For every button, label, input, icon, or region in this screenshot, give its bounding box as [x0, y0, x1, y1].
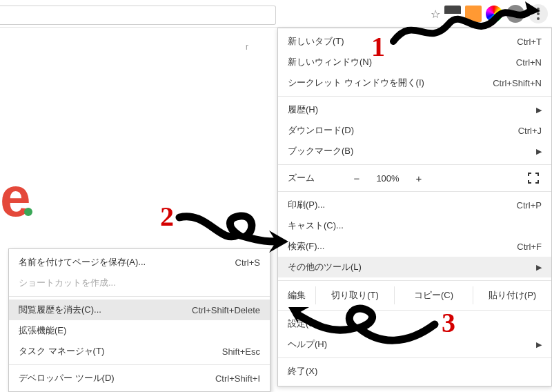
annotation-number-2: 2	[160, 200, 174, 233]
menu-incognito[interactable]: シークレット ウィンドウを開く(I) Ctrl+Shift+N	[278, 72, 551, 93]
menu-item-label: 印刷(P)...	[288, 199, 517, 211]
submenu-arrow-icon: ▶	[536, 106, 542, 115]
menu-settings[interactable]: 設定(S)	[278, 313, 551, 334]
menu-separator	[278, 164, 551, 165]
menu-edit-row: 編集 切り取り(T) コピー(C) 貼り付け(P)	[278, 284, 551, 307]
menu-separator	[9, 296, 270, 297]
zoom-label: ズーム	[288, 172, 315, 184]
menu-item-shortcut: Ctrl+N	[516, 57, 542, 68]
menu-exit[interactable]: 終了(X)	[278, 361, 551, 382]
submenu-extensions[interactable]: 拡張機能(E)	[9, 320, 270, 341]
menu-item-label: 新しいウィンドウ(N)	[288, 56, 516, 68]
menu-item-label: 新しいタブ(T)	[288, 35, 517, 48]
submenu-arrow-icon: ▶	[536, 263, 542, 272]
menu-item-label: 設定(S)	[288, 317, 542, 330]
menu-separator	[278, 280, 551, 281]
chrome-menu-button[interactable]	[529, 4, 548, 23]
menu-separator	[9, 364, 270, 365]
menu-zoom-row: ズーム − 100% +	[278, 168, 551, 188]
edit-copy-button[interactable]: コピー(C)	[394, 286, 473, 304]
menu-item-shortcut: Ctrl+Shift+N	[493, 78, 542, 88]
menu-new-window[interactable]: 新しいウィンドウ(N) Ctrl+N	[278, 52, 551, 72]
submenu-task-manager[interactable]: タスク マネージャ(T) Shift+Esc	[9, 341, 270, 362]
zoom-value: 100%	[371, 173, 404, 184]
google-logo-fragment: e	[0, 166, 32, 229]
toolbar-icons: ☆	[431, 4, 548, 23]
menu-item-label: 閲覧履歴を消去(C)...	[19, 304, 192, 316]
profile-avatar-icon[interactable]	[506, 5, 524, 23]
menu-print[interactable]: 印刷(P)... Ctrl+P	[278, 195, 551, 215]
menu-help[interactable]: ヘルプ(H) ▶	[278, 334, 551, 355]
menu-item-label: その他のツール(L)	[288, 261, 536, 273]
extension-icon-1[interactable]	[444, 6, 461, 22]
menu-item-shortcut: Ctrl+J	[518, 126, 542, 136]
zoom-out-button[interactable]: −	[349, 173, 364, 184]
menu-item-label: タスク マネージャ(T)	[19, 345, 222, 357]
menu-item-label: シークレット ウィンドウを開く(I)	[288, 77, 493, 89]
menu-item-shortcut: Ctrl+S	[235, 257, 260, 268]
extension-icon-2[interactable]	[465, 6, 482, 22]
menu-item-label: ショートカットを作成...	[19, 277, 260, 289]
edit-cut-button[interactable]: 切り取り(T)	[315, 286, 394, 304]
address-bar[interactable]	[0, 6, 276, 25]
menu-separator	[278, 191, 551, 192]
menu-item-label: 検索(F)...	[288, 240, 517, 253]
submenu-save-as[interactable]: 名前を付けてページを保存(A)... Ctrl+S	[9, 252, 270, 273]
menu-item-label: 終了(X)	[288, 365, 542, 378]
menu-item-label: デベロッパー ツール(D)	[19, 372, 215, 384]
menu-item-label: 履歴(H)	[288, 104, 536, 116]
submenu-arrow-icon: ▶	[536, 147, 542, 156]
submenu-dev-tools[interactable]: デベロッパー ツール(D) Ctrl+Shift+I	[9, 368, 270, 389]
menu-bookmarks[interactable]: ブックマーク(B) ▶	[278, 141, 551, 161]
menu-more-tools[interactable]: その他のツール(L) ▶	[278, 257, 551, 277]
menu-item-label: キャスト(C)...	[288, 219, 542, 232]
menu-find[interactable]: 検索(F)... Ctrl+F	[278, 236, 551, 257]
menu-separator	[278, 357, 551, 358]
menu-cast[interactable]: キャスト(C)...	[278, 215, 551, 236]
menu-item-shortcut: Ctrl+Shift+I	[215, 373, 260, 384]
menu-item-label: ブックマーク(B)	[288, 145, 536, 157]
submenu-create-shortcut: ショートカットを作成...	[9, 273, 270, 293]
menu-history[interactable]: 履歴(H) ▶	[278, 99, 551, 120]
menu-item-label: ヘルプ(H)	[288, 338, 536, 351]
menu-item-label: ダウンロード(D)	[288, 124, 518, 137]
browser-top-bar: ☆	[0, 0, 552, 28]
edit-label: 編集	[278, 286, 315, 304]
zoom-in-button[interactable]: +	[411, 173, 426, 184]
menu-item-label: 名前を付けてページを保存(A)...	[19, 256, 235, 268]
stray-character: r	[246, 42, 248, 52]
menu-downloads[interactable]: ダウンロード(D) Ctrl+J	[278, 120, 551, 141]
menu-item-shortcut: Ctrl+Shift+Delete	[192, 305, 260, 315]
extension-icon-3[interactable]	[486, 6, 502, 22]
submenu-clear-history[interactable]: 閲覧履歴を消去(C)... Ctrl+Shift+Delete	[9, 300, 270, 320]
menu-item-shortcut: Shift+Esc	[222, 346, 260, 357]
menu-item-shortcut: Ctrl+T	[517, 37, 542, 47]
menu-item-shortcut: Ctrl+F	[517, 242, 542, 252]
bookmark-star-icon[interactable]: ☆	[431, 8, 440, 21]
menu-item-label: 拡張機能(E)	[19, 324, 260, 337]
edit-paste-button[interactable]: 貼り付け(P)	[473, 286, 551, 304]
menu-separator	[278, 96, 551, 97]
menu-item-shortcut: Ctrl+P	[517, 200, 542, 210]
more-tools-submenu: 名前を付けてページを保存(A)... Ctrl+S ショートカットを作成... …	[8, 248, 270, 392]
submenu-arrow-icon: ▶	[536, 340, 542, 349]
chrome-main-menu: 新しいタブ(T) Ctrl+T 新しいウィンドウ(N) Ctrl+N シークレッ…	[277, 28, 552, 386]
menu-separator	[278, 310, 551, 311]
fullscreen-icon[interactable]	[528, 173, 542, 184]
menu-new-tab[interactable]: 新しいタブ(T) Ctrl+T	[278, 31, 551, 52]
